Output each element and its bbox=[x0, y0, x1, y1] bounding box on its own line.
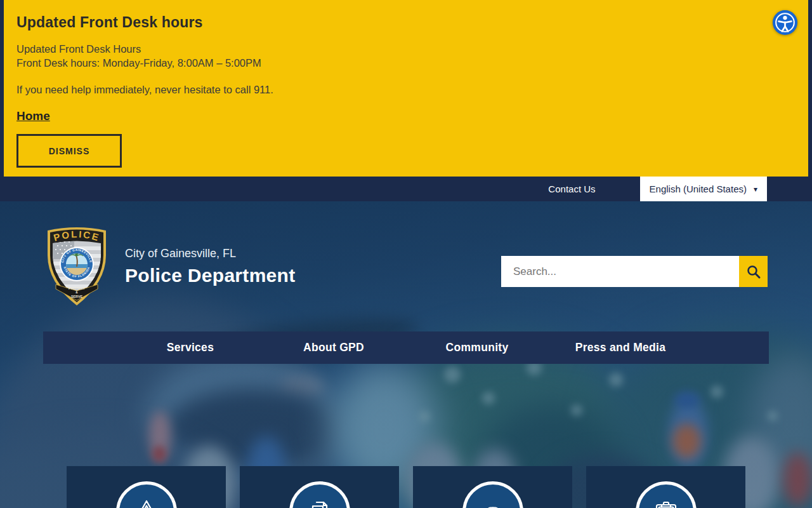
dismiss-button[interactable]: DISMISS bbox=[16, 134, 122, 168]
magnifier-icon bbox=[746, 264, 761, 279]
quick-links bbox=[67, 466, 745, 508]
quick-link-card-4[interactable] bbox=[586, 466, 745, 508]
language-selector-value: English (United States) bbox=[650, 184, 747, 194]
gpd-badge-logo[interactable]: POLICE CITY OF GAINESVILLE STATE OF FLOR… bbox=[43, 224, 110, 306]
nav-item-community[interactable]: Community bbox=[405, 341, 549, 354]
site-titles: City of Gainesville, FL Police Departmen… bbox=[125, 247, 296, 286]
police-car-icon bbox=[462, 481, 523, 508]
search-input[interactable] bbox=[501, 256, 739, 287]
accessibility-person-icon bbox=[775, 12, 796, 33]
nav-item-services[interactable]: Services bbox=[119, 341, 262, 354]
quick-link-card-3[interactable] bbox=[413, 466, 572, 508]
quick-link-card-2[interactable] bbox=[240, 466, 399, 508]
accessibility-button[interactable] bbox=[773, 10, 797, 35]
city-name: City of Gainesville, FL bbox=[125, 247, 296, 260]
alert-line-1: Updated Front Desk Hours bbox=[16, 42, 796, 56]
quick-link-card-1[interactable] bbox=[67, 466, 226, 508]
alert-title: Updated Front Desk hours bbox=[16, 14, 796, 31]
contact-us-link[interactable]: Contact Us bbox=[548, 184, 595, 194]
search-button[interactable] bbox=[739, 256, 768, 287]
documents-icon bbox=[289, 481, 350, 508]
search-box bbox=[501, 256, 768, 287]
page-title: Police Department bbox=[125, 265, 296, 286]
alert-body: Updated Front Desk Hours Front Desk hour… bbox=[16, 42, 796, 70]
caret-down-icon: ▾ bbox=[754, 185, 757, 193]
home-link[interactable]: Home bbox=[16, 109, 50, 123]
alert-line-3: If you need help immediately, never hesi… bbox=[16, 84, 796, 96]
utility-topbar: Contact Us English (United States) ▾ bbox=[0, 177, 812, 201]
logo-motto-protect: PROTECT bbox=[69, 286, 85, 290]
main-navigation: Services About GPD Community Press and M… bbox=[43, 331, 769, 364]
alert-line-2: Front Desk hours: Monday-Friday, 8:00AM … bbox=[16, 56, 796, 70]
alert-banner: Updated Front Desk hours Updated Front D… bbox=[4, 0, 808, 177]
alert-triangle-icon bbox=[116, 481, 177, 508]
nav-item-press-and-media[interactable]: Press and Media bbox=[549, 341, 692, 354]
briefcase-icon bbox=[636, 481, 697, 508]
logo-motto-serve: SERVE bbox=[71, 295, 83, 298]
nav-item-about-gpd[interactable]: About GPD bbox=[262, 341, 405, 354]
language-selector[interactable]: English (United States) ▾ bbox=[640, 177, 767, 201]
